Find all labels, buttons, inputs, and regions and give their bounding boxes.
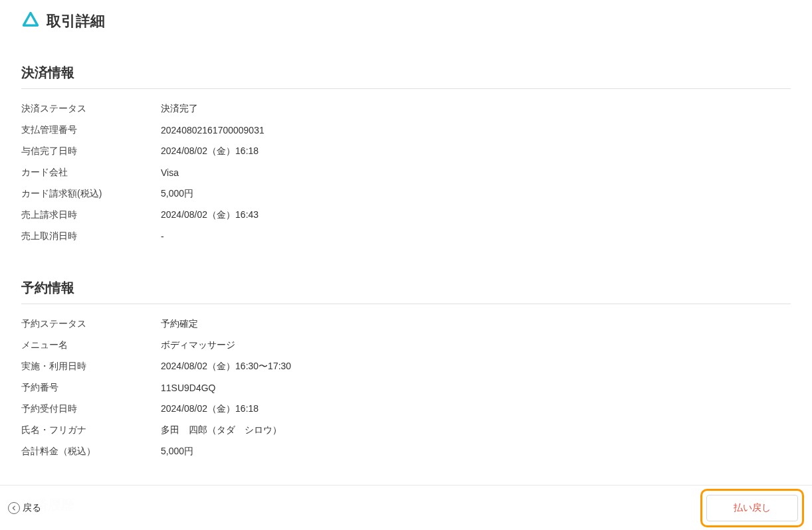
detail-value: ボディマッサージ <box>161 339 235 351</box>
detail-label: 予約受付日時 <box>21 403 161 415</box>
back-button[interactable]: 戻る <box>8 502 41 514</box>
detail-label: カード請求額(税込) <box>21 188 161 200</box>
detail-label: 予約番号 <box>21 382 161 394</box>
detail-label: 予約ステータス <box>21 318 161 330</box>
detail-value: - <box>161 231 164 242</box>
detail-label: メニュー名 <box>21 339 161 351</box>
detail-row: カード請求額(税込)5,000円 <box>21 183 791 205</box>
section-title-payment: 決済情報 <box>21 64 791 89</box>
detail-value: 2024/08/02（金）16:30〜17:30 <box>161 361 291 373</box>
detail-value: 5,000円 <box>161 446 193 458</box>
triangle-icon <box>21 11 40 32</box>
detail-value: 11SU9D4GQ <box>161 383 215 393</box>
detail-label: 氏名・フリガナ <box>21 424 161 436</box>
detail-value: 2024/08/02（金）16:18 <box>161 145 258 157</box>
detail-row: 与信完了日時2024/08/02（金）16:18 <box>21 141 791 162</box>
detail-value: 決済完了 <box>161 103 198 115</box>
detail-value: 2024/08/02（金）16:43 <box>161 209 258 221</box>
detail-label: 合計料金（税込） <box>21 446 161 458</box>
detail-label: 実施・利用日時 <box>21 361 161 373</box>
footer-bar: 戻る 払い戻し <box>0 485 812 530</box>
detail-row: 支払管理番号20240802161700009031 <box>21 120 791 141</box>
refund-button[interactable]: 払い戻し <box>706 495 798 521</box>
detail-label: カード会社 <box>21 167 161 179</box>
detail-value: 2024/08/02（金）16:18 <box>161 403 258 415</box>
detail-row: 予約ステータス予約確定 <box>21 313 791 335</box>
page-header: 取引詳細 <box>21 11 791 32</box>
detail-row: メニュー名ボディマッサージ <box>21 335 791 356</box>
booking-info-section: 予約情報 予約ステータス予約確定メニュー名ボディマッサージ実施・利用日時2024… <box>21 279 791 462</box>
detail-value: Visa <box>161 167 179 178</box>
detail-label: 支払管理番号 <box>21 124 161 136</box>
detail-value: 20240802161700009031 <box>161 125 264 135</box>
detail-value: 予約確定 <box>161 318 198 330</box>
detail-row: 決済ステータス決済完了 <box>21 98 791 120</box>
detail-row: 予約受付日時2024/08/02（金）16:18 <box>21 398 791 420</box>
detail-label: 決済ステータス <box>21 103 161 115</box>
detail-row: 予約番号11SU9D4GQ <box>21 377 791 398</box>
detail-label: 売上取消日時 <box>21 230 161 242</box>
detail-value: 5,000円 <box>161 188 193 200</box>
detail-row: 売上請求日時2024/08/02（金）16:43 <box>21 205 791 226</box>
detail-row: 売上取消日時- <box>21 226 791 247</box>
payment-info-section: 決済情報 決済ステータス決済完了支払管理番号202408021617000090… <box>21 64 791 247</box>
back-button-label: 戻る <box>23 502 41 514</box>
section-title-booking: 予約情報 <box>21 279 791 304</box>
detail-row: 実施・利用日時2024/08/02（金）16:30〜17:30 <box>21 356 791 377</box>
detail-label: 売上請求日時 <box>21 209 161 221</box>
detail-row: 合計料金（税込）5,000円 <box>21 441 791 462</box>
page-title: 取引詳細 <box>47 11 105 31</box>
back-arrow-icon <box>8 502 20 514</box>
detail-value: 多田 四郎（タダ シロウ） <box>161 424 282 436</box>
detail-label: 与信完了日時 <box>21 145 161 157</box>
refund-highlight-box: 払い戻し <box>700 489 804 527</box>
detail-row: カード会社Visa <box>21 162 791 183</box>
detail-row: 氏名・フリガナ多田 四郎（タダ シロウ） <box>21 420 791 441</box>
